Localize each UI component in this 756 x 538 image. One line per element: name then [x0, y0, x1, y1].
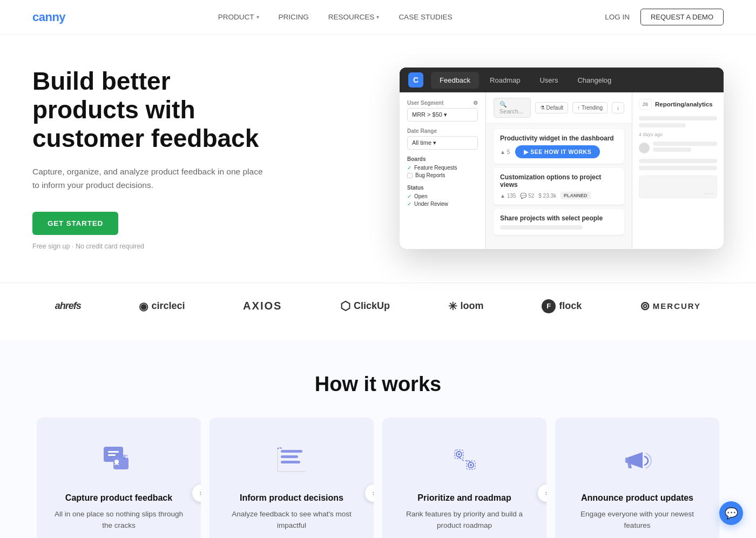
feedback-item-2: Customization options to project views ▲… — [494, 168, 624, 205]
logo-ahrefs: ahrefs — [55, 300, 81, 312]
screenshot-tabs: C Feedback Roadmap Users Changelog — [400, 68, 724, 92]
how-title: How it works — [32, 373, 724, 396]
chat-icon: 💬 — [725, 507, 738, 520]
logo-loom: ✳ loom — [448, 300, 484, 313]
nav-resources[interactable]: RESOURCES ▾ — [328, 13, 380, 21]
svg-rect-7 — [281, 461, 300, 463]
hero-title: Build better products with customer feed… — [32, 67, 265, 153]
skeleton-3 — [653, 142, 717, 146]
nav-links: PRODUCT ▾ PRICING RESOURCES ▾ CASE STUDI… — [218, 13, 453, 21]
feedback-icon — [53, 439, 185, 482]
feedback-title-3: Share projects with select people — [500, 214, 618, 222]
search-input[interactable]: 🔍 Search... — [494, 98, 531, 118]
logo-flock: F flock — [542, 299, 582, 313]
logo-axios: AXIOS — [243, 300, 282, 312]
card-desc-analyze: Analyze feedback to see what's most impa… — [226, 508, 357, 532]
svg-rect-14 — [625, 458, 629, 463]
announce-icon — [571, 439, 703, 482]
nav-pricing[interactable]: PRICING — [279, 13, 309, 21]
chat-bubble[interactable]: 💬 — [719, 501, 743, 525]
svg-point-9 — [458, 453, 460, 455]
next-arrow-2[interactable]: › — [365, 485, 374, 502]
tab-roadmap[interactable]: Roadmap — [481, 72, 529, 89]
export-button[interactable]: ↓ — [612, 102, 624, 113]
feedback-meta-2: ▲ 135 💬 52 $ 23.3k PLANNED — [500, 192, 618, 199]
status-under-review[interactable]: ✓ Under Review — [407, 201, 478, 207]
skeleton-1 — [639, 116, 717, 120]
get-started-button[interactable]: GET STARTED — [32, 212, 118, 235]
how-card-feedback: Capture product feedback All in one plac… — [37, 418, 201, 538]
tab-changelog[interactable]: Changelog — [569, 72, 620, 89]
logo[interactable]: canny — [32, 10, 65, 24]
skeleton-6 — [639, 166, 717, 170]
svg-point-11 — [470, 464, 472, 466]
navbar: canny PRODUCT ▾ PRICING RESOURCES ▾ CASE… — [0, 0, 756, 35]
board-feature-requests[interactable]: ✓ Feature Requests — [407, 165, 478, 171]
logos-section: ahrefs ◉ circleci AXIOS ⬡ ClickUp ✳ loom… — [0, 283, 756, 340]
panel-header: 26 Reporting/analytics — [639, 99, 717, 110]
request-demo-button[interactable]: REQUEST A DEMO — [640, 9, 724, 25]
user-segment-select[interactable]: MRR > $50 ▾ — [407, 108, 478, 122]
how-card-analyze: Inform product decisions Analyze feedbac… — [210, 418, 374, 538]
login-link[interactable]: LOG IN — [605, 13, 630, 21]
product-screenshot: C Feedback Roadmap Users Changelog User … — [400, 68, 724, 249]
card-title-roadmap: Prioritize and roadmap — [399, 493, 530, 503]
svg-rect-6 — [281, 455, 298, 458]
feedback-item-1: Productivity widget in the dashboard ▲ 5… — [494, 129, 624, 164]
comment-count-2: 💬 52 — [520, 193, 534, 199]
boards-section: Boards ✓ Feature Requests Bug Reports — [407, 156, 478, 178]
loom-icon: ✳ — [448, 300, 457, 313]
clickup-icon: ⬡ — [340, 299, 350, 313]
status-open[interactable]: ✓ Open — [407, 193, 478, 199]
filter-default[interactable]: ⚗ Default — [535, 102, 568, 113]
nav-case-studies[interactable]: CASE STUDIES — [399, 13, 452, 21]
card-title-analyze: Inform product decisions — [226, 493, 357, 503]
panel-title: Reporting/analytics — [655, 101, 713, 107]
board-bug-reports[interactable]: Bug Reports — [407, 172, 478, 178]
card-title-announce: Announce product updates — [571, 493, 703, 503]
mrr-value-2: $ 23.3k — [538, 193, 556, 199]
status-section: Status ✓ Open ✓ Under Review — [407, 185, 478, 207]
roadmap-icon — [399, 439, 530, 482]
next-arrow-3[interactable]: › — [538, 485, 546, 502]
date-range-section: Date Range All time ▾ — [407, 128, 478, 150]
date-range-label: Date Range — [407, 128, 478, 134]
hero-screenshot: C Feedback Roadmap Users Changelog User … — [400, 68, 724, 249]
card-title-feedback: Capture product feedback — [53, 493, 185, 503]
user-segment-label: User Segment ⚙ — [407, 100, 478, 106]
feedback-title-1: Productivity widget in the dashboard — [500, 134, 618, 142]
feedback-title-2: Customization options to project views — [500, 173, 618, 189]
skeleton-5 — [639, 159, 717, 163]
logo-mercury: ⊚ MERCURY — [640, 299, 701, 313]
vote-count-2: ▲ 135 — [500, 193, 516, 199]
check-icon: ✓ — [407, 201, 411, 207]
how-it-works-section: How it works Capture product feedback Al… — [0, 340, 756, 538]
how-card-announce: Announce product updates Engage everyone… — [555, 418, 719, 538]
circleci-icon: ◉ — [139, 300, 148, 313]
mercury-icon: ⊚ — [640, 299, 650, 313]
boards-label: Boards — [407, 156, 478, 162]
svg-point-4 — [114, 460, 119, 464]
vote-count-1: ▲ 5 — [500, 149, 510, 155]
screenshot-body: User Segment ⚙ MRR > $50 ▾ Date Range Al… — [400, 92, 724, 249]
nav-product[interactable]: PRODUCT ▾ — [218, 13, 259, 21]
hero-left: Build better products with customer feed… — [32, 67, 265, 250]
tab-feedback[interactable]: Feedback — [431, 72, 479, 89]
filter-trending[interactable]: ↑ Trending — [572, 102, 608, 113]
date-range-select[interactable]: All time ▾ — [407, 136, 478, 150]
tab-users[interactable]: Users — [531, 72, 566, 89]
flock-icon: F — [542, 299, 556, 313]
svg-rect-5 — [281, 450, 302, 453]
panel-date: 26 — [639, 99, 652, 110]
chevron-down-icon: ▾ — [376, 14, 379, 20]
logo-circleci: ◉ circleci — [139, 300, 185, 313]
svg-rect-1 — [108, 451, 119, 453]
see-how-it-works-button[interactable]: ▶ SEE HOW IT WORKS — [515, 145, 600, 158]
sidebar: User Segment ⚙ MRR > $50 ▾ Date Range Al… — [400, 92, 486, 249]
analyze-icon — [226, 439, 357, 482]
next-arrow-1[interactable]: › — [192, 485, 201, 502]
how-cards: Capture product feedback All in one plac… — [32, 418, 724, 538]
feedback-items: Productivity widget in the dashboard ▲ 5… — [486, 124, 632, 245]
check-icon: ✓ — [407, 193, 411, 199]
hero-section: Build better products with customer feed… — [0, 35, 756, 283]
